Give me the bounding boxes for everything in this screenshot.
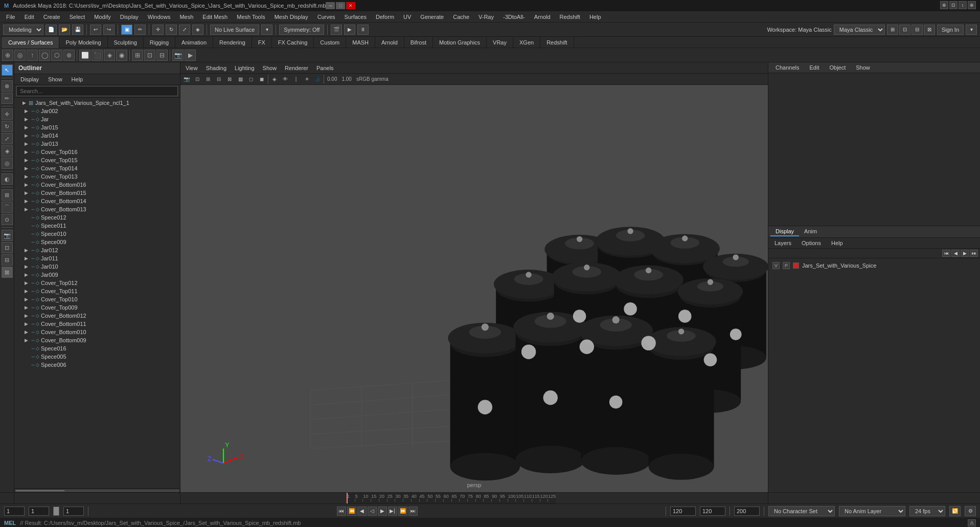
tree-expand-icon[interactable]: ▶ <box>25 190 30 195</box>
tool-6[interactable]: ⊛ <box>63 50 75 61</box>
tree-expand-icon[interactable]: ▶ <box>25 117 30 122</box>
live-surface-button[interactable]: No Live Surface <box>210 25 259 35</box>
frame-number-input[interactable] <box>63 507 84 516</box>
soft-mod-tool[interactable]: ◐ <box>2 173 13 185</box>
range-max-input[interactable] <box>734 507 760 516</box>
tool-13[interactable]: ⊟ <box>156 50 168 61</box>
module-tab-curves-surfaces[interactable]: Curves / Surfaces <box>2 37 59 48</box>
menu-item-create[interactable]: Create <box>39 13 64 21</box>
tool-11[interactable]: ⊞ <box>132 50 143 61</box>
menu-item-edit[interactable]: Edit <box>20 13 38 21</box>
tree-item[interactable]: ▶↔◇Cover_Bottom012 <box>14 312 180 320</box>
go-start-button[interactable]: ⏮ <box>337 507 346 516</box>
show-manip-tool[interactable]: ◎ <box>2 158 13 169</box>
tree-expand-icon[interactable]: ▶ <box>25 207 30 212</box>
tree-expand-icon[interactable]: ▶ <box>25 133 30 138</box>
tree-item[interactable]: ▶↔◇Cover_Bottom013 <box>14 205 180 213</box>
menu-item-edit-mesh[interactable]: Edit Mesh <box>198 13 232 21</box>
viewport-icon-8[interactable]: ◈ <box>269 75 280 84</box>
play-button[interactable]: ▶ <box>378 507 387 516</box>
tree-item[interactable]: ▶↔◇Cover_Top014 <box>14 164 180 172</box>
ws-icon-1[interactable]: ⊞ <box>887 25 898 35</box>
tree-expand-icon[interactable]: ▶ <box>25 330 30 335</box>
range-end-input[interactable] <box>700 507 725 516</box>
new-scene-button[interactable]: 📄 <box>45 25 57 35</box>
rotate-button[interactable]: ↻ <box>166 25 177 35</box>
next-key-button[interactable]: ⏩ <box>398 507 407 516</box>
tree-expand-icon[interactable]: ▶ <box>25 158 30 163</box>
module-tab-fx-caching[interactable]: FX Caching <box>272 37 314 48</box>
panel-icon-1[interactable]: ⊕ <box>940 1 948 9</box>
tree-item[interactable]: ↔◇Spece005 <box>14 353 180 361</box>
prev-frame-button[interactable]: ◀ <box>357 507 367 516</box>
play-icon[interactable]: ▶ <box>185 50 196 61</box>
viewport-icon-2[interactable]: ⊞ <box>203 75 213 84</box>
menu-item-mesh[interactable]: Mesh <box>175 13 197 21</box>
tool-2[interactable]: ◎ <box>14 50 26 61</box>
tool-7[interactable]: ⬜ <box>79 50 90 61</box>
menu-item-uv[interactable]: UV <box>399 13 415 21</box>
save-button[interactable]: 💾 <box>72 25 83 35</box>
menu-item-cache[interactable]: Cache <box>449 13 473 21</box>
tree-item[interactable]: ▶↔◇Cover_Bottom010 <box>14 328 180 336</box>
character-set-dropdown[interactable]: No Character Set <box>768 506 835 516</box>
tool-10[interactable]: ◉ <box>116 50 127 61</box>
select-tool[interactable]: ↖ <box>2 64 13 76</box>
viewport-icon-11[interactable]: ☀ <box>302 75 312 84</box>
tree-item[interactable]: ▶⊞Jars_Set_with_Various_Spice_ncl1_1 <box>14 99 180 107</box>
tree-item[interactable]: ▶↔◇Cover_Top013 <box>14 172 180 181</box>
tree-item[interactable]: ↔◇Spece016 <box>14 344 180 353</box>
tree-item[interactable]: ▶↔◇Jar010 <box>14 262 180 271</box>
module-tab-rigging[interactable]: Rigging <box>144 37 175 48</box>
tree-expand-icon[interactable]: ▶ <box>25 108 30 114</box>
tree-item[interactable]: ▶↔◇Cover_Bottom016 <box>14 181 180 189</box>
viewport-icon-10[interactable]: | <box>291 75 301 84</box>
loop-button[interactable]: 🔁 <box>949 506 961 516</box>
tree-expand-icon[interactable]: ▶ <box>25 256 30 261</box>
layers-sub-tab-layers[interactable]: Layers <box>770 239 795 247</box>
tree-expand-icon[interactable]: ▶ <box>25 248 30 253</box>
module-tab-sculpting[interactable]: Sculpting <box>108 37 144 48</box>
module-tab-arnold[interactable]: Arnold <box>375 37 404 48</box>
tree-item[interactable]: ↔◇Spece009 <box>14 238 180 246</box>
layer-color-swatch[interactable] <box>793 262 799 269</box>
layer-visible-toggle[interactable]: V <box>772 262 780 269</box>
tree-expand-icon[interactable]: ▶ <box>22 100 28 105</box>
layers-sub-tab-options[interactable]: Options <box>797 239 825 247</box>
tool-3[interactable]: ↑ <box>27 50 38 61</box>
viewport-menu-lighting[interactable]: Lighting <box>232 64 258 72</box>
right-top-tab-channels[interactable]: Channels <box>770 63 804 72</box>
tree-expand-icon[interactable]: ▶ <box>25 313 30 318</box>
sign-in-button[interactable]: Sign In <box>937 25 964 35</box>
redo-button[interactable]: ↪ <box>103 25 115 35</box>
viewport-menu-renderer[interactable]: Renderer <box>282 64 311 72</box>
go-end-button[interactable]: ⏭ <box>408 507 418 516</box>
viewport-icon-1[interactable]: ⊡ <box>192 75 202 84</box>
tree-item[interactable]: ▶↔◇Cover_Top009 <box>14 303 180 312</box>
symmetry-button[interactable]: Symmetry: Off <box>279 25 324 35</box>
viewport-icon-7[interactable]: ◼ <box>257 75 267 84</box>
menu-item-redshift[interactable]: Redshift <box>556 13 584 21</box>
tree-expand-icon[interactable]: ▶ <box>25 272 30 277</box>
tree-expand-icon[interactable]: ▶ <box>25 280 30 286</box>
menu-item--3dtoall-[interactable]: -3DtoAll- <box>499 13 529 21</box>
tree-item[interactable]: ▶↔◇Jar002 <box>14 107 180 115</box>
tree-item[interactable]: ▶↔◇Cover_Bottom015 <box>14 189 180 197</box>
module-tab-vray[interactable]: VRay <box>487 37 513 48</box>
tool-12[interactable]: ⊡ <box>144 50 155 61</box>
menu-item-arnold[interactable]: Arnold <box>530 13 555 21</box>
tree-expand-icon[interactable]: ▶ <box>25 297 30 302</box>
tree-expand-icon[interactable]: ▶ <box>25 289 30 294</box>
view-tool-2[interactable]: ⊟ <box>2 254 13 266</box>
tree-expand-icon[interactable]: ▶ <box>25 125 30 130</box>
viewport-icon-6[interactable]: ◻ <box>246 75 256 84</box>
right-bottom-tab-anim[interactable]: Anim <box>799 227 822 236</box>
menu-item-windows[interactable]: Windows <box>144 13 175 21</box>
right-top-tab-object[interactable]: Object <box>824 63 851 72</box>
tree-item[interactable]: ▶↔◇Jar013 <box>14 140 180 148</box>
tree-item[interactable]: ↔◇Spece006 <box>14 361 180 369</box>
maximize-button[interactable]: □ <box>336 2 345 9</box>
menu-item-curves[interactable]: Curves <box>313 13 339 21</box>
stop-render-button[interactable]: ⏸ <box>357 25 369 35</box>
tree-item[interactable]: ↔◇Spece010 <box>14 230 180 238</box>
